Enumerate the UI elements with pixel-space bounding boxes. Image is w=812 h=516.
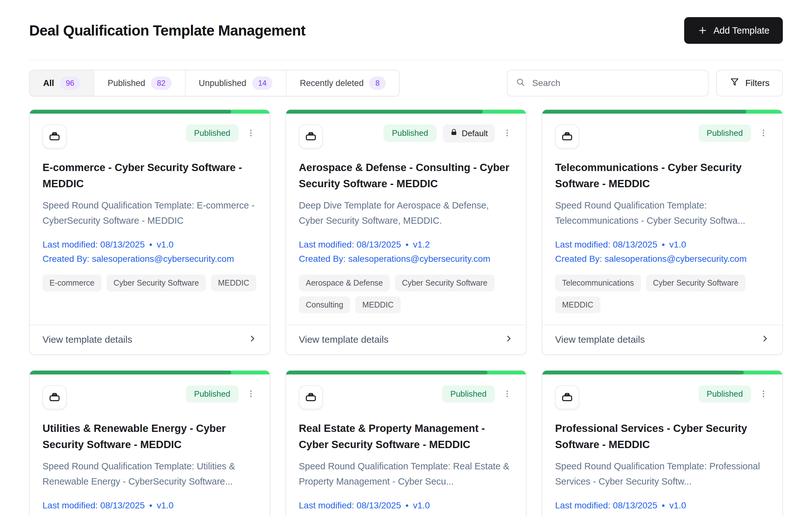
version-link[interactable]: v1.0 — [157, 240, 174, 249]
page-header: Deal Qualification Template Management A… — [29, 0, 783, 44]
tab-published[interactable]: Published 82 — [93, 71, 184, 96]
last-modified-link[interactable]: Last modified: 08/13/2025 — [299, 240, 401, 249]
briefcase-icon — [304, 130, 317, 143]
version-link[interactable]: v1.0 — [669, 500, 686, 510]
status-badge: Published — [383, 125, 436, 142]
template-icon-box — [555, 385, 579, 409]
card-top-row: Published Default — [299, 125, 513, 148]
card-meta-line1: Last modified: 08/13/2025•v1.0 — [299, 498, 513, 513]
version-link[interactable]: v1.0 — [669, 240, 686, 249]
chevron-right-icon — [504, 334, 513, 345]
card-meta: Last modified: 08/13/2025•v1.2 Created B… — [299, 237, 513, 266]
card-body: Published Telecommunications - Cyber Sec… — [542, 114, 782, 325]
chevron-right-icon — [761, 334, 770, 345]
plus-icon — [697, 25, 708, 35]
briefcase-icon — [48, 130, 61, 143]
card-progress-fill — [286, 110, 483, 114]
status-tabs: All 96 Published 82 Unpublished 14 Recen… — [29, 70, 400, 97]
card-description: Deep Dive Template for Aerospace & Defen… — [299, 198, 513, 228]
tab-all[interactable]: All 96 — [30, 71, 93, 96]
toolbar-right: Filters — [507, 70, 783, 97]
card-description: Speed Round Qualification Template: Real… — [299, 459, 513, 489]
template-card: Published Utilities & Renewable Energy -… — [29, 370, 270, 516]
chevron-right-icon — [248, 334, 257, 345]
card-body: Published Default Aerospace & Defense - … — [286, 114, 526, 325]
created-by-link[interactable]: Created By: salesoperations@cybersecurit… — [555, 252, 770, 266]
tag-pill: E-commerce — [42, 274, 102, 291]
kebab-menu-button[interactable] — [245, 125, 257, 142]
tag-pill: MEDDIC — [555, 296, 601, 313]
card-progress-bar — [286, 110, 526, 114]
card-meta-line1: Last modified: 08/13/2025•v1.0 — [42, 237, 257, 252]
card-body: Published Professional Services - Cyber … — [542, 375, 782, 516]
tab-label: Unpublished — [199, 78, 246, 88]
filters-label: Filters — [745, 78, 770, 88]
last-modified-link[interactable]: Last modified: 08/13/2025 — [555, 500, 657, 510]
tab-label: All — [43, 78, 54, 88]
search-input[interactable] — [531, 78, 700, 88]
card-meta-line1: Last modified: 08/13/2025•v1.0 — [555, 498, 770, 513]
card-progress-bar — [542, 110, 782, 114]
card-progress-fill — [542, 110, 746, 114]
page-root: Deal Qualification Template Management A… — [0, 0, 812, 516]
kebab-menu-button[interactable] — [245, 385, 257, 403]
filters-button[interactable]: Filters — [716, 70, 783, 97]
tag-pill: Cyber Security Software — [395, 274, 494, 291]
status-badge: Published — [698, 125, 751, 142]
meta-dot: • — [405, 500, 409, 510]
template-card: Published Real Estate & Property Managem… — [286, 370, 526, 516]
card-title: Aerospace & Defense - Consulting - Cyber… — [299, 159, 513, 192]
briefcase-icon — [48, 390, 61, 404]
card-badges: Published Default — [383, 125, 513, 142]
meta-dot: • — [149, 500, 152, 510]
page-title: Deal Qualification Template Management — [29, 22, 306, 39]
card-top-row: Published — [42, 125, 257, 148]
tab-count-badge: 82 — [151, 77, 172, 90]
card-meta: Last modified: 08/13/2025•v1.0 — [555, 498, 770, 513]
kebab-menu-button[interactable] — [757, 125, 770, 142]
template-icon-box — [299, 125, 323, 148]
card-meta-line1: Last modified: 08/13/2025•v1.0 — [42, 498, 257, 513]
briefcase-icon — [304, 390, 317, 404]
card-title: Telecommunications - Cyber Security Soft… — [555, 159, 770, 192]
card-progress-bar — [542, 371, 782, 375]
version-link[interactable]: v1.0 — [157, 500, 174, 510]
tab-recently-deleted[interactable]: Recently deleted 8 — [286, 71, 399, 96]
view-template-details-link[interactable]: View template details — [542, 325, 782, 354]
last-modified-link[interactable]: Last modified: 08/13/2025 — [42, 240, 145, 249]
last-modified-link[interactable]: Last modified: 08/13/2025 — [42, 500, 145, 510]
card-description: Speed Round Qualification Template: Prof… — [555, 459, 770, 489]
template-icon-box — [42, 385, 67, 409]
view-template-details-link[interactable]: View template details — [30, 325, 270, 354]
tag-pill: Aerospace & Defense — [299, 274, 390, 291]
add-template-button[interactable]: Add Template — [684, 17, 783, 44]
version-link[interactable]: v1.2 — [413, 240, 430, 249]
template-icon-box — [299, 385, 323, 409]
kebab-menu-button[interactable] — [501, 385, 513, 403]
view-details-label: View template details — [555, 334, 645, 345]
created-by-link[interactable]: Created By: salesoperations@cybersecurit… — [299, 252, 513, 266]
template-card: Published E-commerce - Cyber Security So… — [29, 109, 270, 355]
card-top-row: Published — [555, 385, 770, 409]
card-body: Published Utilities & Renewable Energy -… — [30, 375, 270, 516]
view-details-label: View template details — [299, 334, 388, 345]
view-template-details-link[interactable]: View template details — [286, 325, 526, 354]
status-badge: Published — [186, 125, 238, 142]
default-badge: Default — [443, 125, 495, 142]
card-title: Utilities & Renewable Energy - Cyber Sec… — [42, 420, 257, 453]
search-icon — [516, 77, 526, 89]
card-body: Published Real Estate & Property Managem… — [286, 375, 526, 516]
version-link[interactable]: v1.0 — [413, 500, 430, 510]
card-top-row: Published — [42, 385, 257, 409]
cards-grid: Published E-commerce - Cyber Security So… — [29, 109, 783, 516]
kebab-menu-button[interactable] — [757, 385, 770, 403]
last-modified-link[interactable]: Last modified: 08/13/2025 — [299, 500, 401, 510]
card-meta-line1: Last modified: 08/13/2025•v1.0 — [555, 237, 770, 252]
created-by-link[interactable]: Created By: salesoperations@cybersecurit… — [42, 252, 257, 266]
lock-icon — [450, 128, 458, 139]
card-top-row: Published — [555, 125, 770, 148]
last-modified-link[interactable]: Last modified: 08/13/2025 — [555, 240, 657, 249]
kebab-menu-button[interactable] — [501, 125, 513, 142]
tab-unpublished[interactable]: Unpublished 14 — [185, 71, 286, 96]
template-card: Published Telecommunications - Cyber Sec… — [542, 109, 783, 355]
